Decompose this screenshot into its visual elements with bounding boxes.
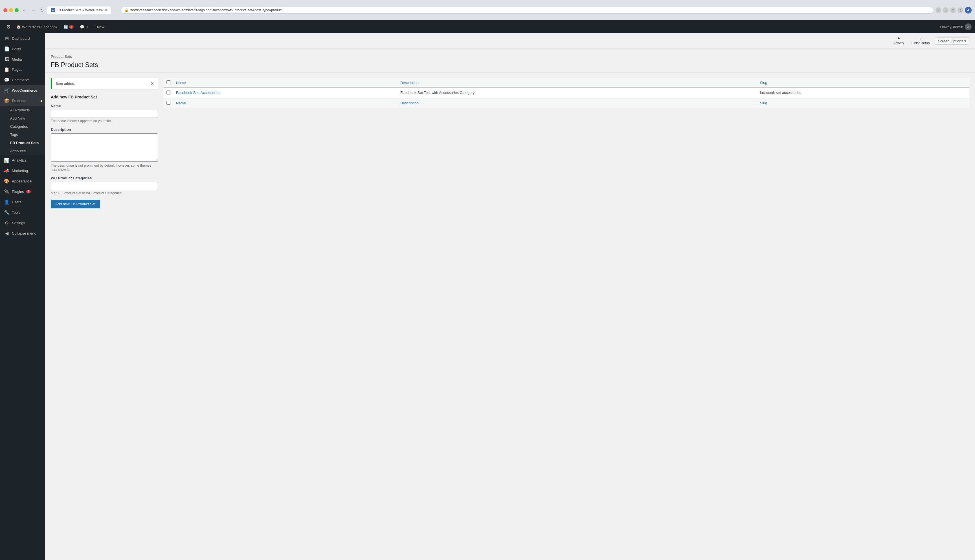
row-name-link[interactable]: Facebook Set: Accessories	[176, 90, 220, 95]
tab-close-button[interactable]: ✕	[105, 8, 107, 12]
row-select-checkbox[interactable]	[167, 90, 170, 95]
description-textarea[interactable]	[51, 133, 158, 162]
sidebar-item-products[interactable]: 📦 Products ◀	[0, 96, 45, 106]
wp-logo-button[interactable]: ⚙	[3, 24, 13, 30]
add-form-panel: Item added. ✕ Add new FB Product Set Nam…	[51, 78, 158, 208]
add-new-label: Add New	[10, 116, 25, 120]
plugins-icon: 🔌	[4, 189, 10, 194]
admin-bar-site-name[interactable]: 🏠 WordPress-Facebook	[13, 20, 60, 33]
bookmark-icon[interactable]: ☆	[943, 7, 948, 13]
sidebar-item-settings[interactable]: ⚙ Settings	[0, 218, 45, 228]
activity-button[interactable]: ⚑ Activity	[891, 35, 907, 46]
admin-bar-howdy[interactable]: Howdy, admin A	[940, 23, 972, 30]
finish-setup-button[interactable]: ○ Finish setup	[909, 35, 932, 46]
slug-sort-link[interactable]: Slug	[760, 81, 767, 85]
sidebar-label-tools: Tools	[12, 210, 20, 215]
sidebar-item-dashboard[interactable]: ⊞ Dashboard	[0, 33, 45, 44]
table-panel: Name Description Slug	[164, 78, 969, 208]
dashboard-icon: ⊞	[4, 36, 10, 41]
forward-button[interactable]: →	[30, 7, 37, 14]
notice-text: Item added.	[56, 82, 75, 86]
table-footer-description: Description	[397, 98, 757, 108]
browser-user-avatar[interactable]: A	[965, 7, 972, 13]
footer-slug-sort-link[interactable]: Slug	[760, 101, 767, 105]
sidebar-label-appearance: Appearance	[12, 179, 32, 183]
sidebar-item-marketing[interactable]: 📣 Marketing	[0, 165, 45, 176]
footer-description-sort-link[interactable]: Description	[400, 101, 419, 105]
row-checkbox-cell	[164, 87, 173, 98]
updates-badge: 8	[69, 25, 73, 29]
row-name-cell: Facebook Set: Accessories	[173, 87, 397, 98]
minimize-window-button[interactable]	[9, 8, 13, 12]
footer-name-sort-link[interactable]: Name	[176, 101, 186, 105]
admin-bar-items: 🏠 WordPress-Facebook 🔄 8 💬 0 + New	[13, 20, 107, 33]
extensions-icon[interactable]: ⬡	[950, 7, 956, 13]
name-input[interactable]	[51, 110, 158, 118]
maximize-window-button[interactable]	[15, 8, 18, 12]
sidebar-item-categories[interactable]: Categories	[0, 122, 45, 130]
name-field-group: Name The name is how it appears on your …	[51, 104, 158, 123]
sidebar-item-appearance[interactable]: 🎨 Appearance	[0, 176, 45, 187]
wp-main-content: ⚑ Activity ○ Finish setup Screen Options…	[45, 33, 975, 560]
description-sort-link[interactable]: Description	[400, 81, 419, 85]
sidebar-label-comments: Comments	[12, 78, 30, 82]
sidebar-label-collapse: Collapse menu	[12, 231, 37, 235]
sidebar-item-fb-product-sets[interactable]: FB Product Sets	[0, 139, 45, 147]
home-icon: 🏠	[17, 25, 21, 29]
select-all-checkbox[interactable]	[167, 80, 170, 84]
sidebar-item-all-products[interactable]: All Products	[0, 106, 45, 114]
sidebar-item-media[interactable]: 🖼 Media	[0, 54, 45, 64]
name-sort-link[interactable]: Name	[176, 81, 186, 85]
activity-flag-icon: ⚑	[897, 37, 900, 41]
sidebar-label-dashboard: Dashboard	[12, 37, 30, 41]
row-slug-cell: facebook-set-accessories	[757, 87, 969, 98]
page-header: Product Sets FB Product Sets	[45, 49, 975, 72]
sidebar-item-tags[interactable]: Tags	[0, 130, 45, 139]
sidebar-item-collapse[interactable]: ◀ Collapse menu	[0, 228, 45, 238]
add-fb-product-set-button[interactable]: Add new FB Product Set	[51, 200, 100, 208]
settings-dots-icon[interactable]: ⋮	[958, 7, 963, 13]
tab-favicon: W	[51, 8, 55, 12]
sidebar-item-attributes[interactable]: Attributes	[0, 147, 45, 155]
sidebar-item-users[interactable]: 👤 Users	[0, 197, 45, 207]
sidebar-item-woocommerce[interactable]: 🛒 WooCommerce	[0, 85, 45, 96]
table-footer-checkbox-col	[164, 98, 173, 108]
wp-sidebar: ⊞ Dashboard 📄 Posts 🖼 Media 📋 Pages 💬 Co…	[0, 33, 45, 560]
download-icon[interactable]: ↓	[935, 7, 941, 13]
browser-chrome: ← → ↻ W FB Product Sets « WordPress- ✕ +…	[0, 0, 975, 20]
posts-icon: 📄	[4, 46, 10, 52]
table-header-checkbox-col	[164, 78, 173, 88]
screen-options-button[interactable]: Screen Options ▾	[935, 38, 969, 45]
users-icon: 👤	[4, 199, 10, 205]
wordpress-icon: ⚙	[6, 24, 11, 30]
sidebar-item-comments[interactable]: 💬 Comments	[0, 75, 45, 85]
sidebar-item-tools[interactable]: 🔧 Tools	[0, 207, 45, 218]
topbar-buttons: ⚑ Activity ○ Finish setup Screen Options…	[891, 35, 969, 46]
close-window-button[interactable]	[3, 8, 7, 12]
table-row: Facebook Set: Accessories Facebook Set T…	[164, 87, 969, 98]
form-section-title: Add new FB Product Set	[51, 95, 158, 99]
back-button[interactable]: ←	[21, 7, 28, 14]
categories-label: Categories	[10, 124, 28, 128]
notice-dismiss-button[interactable]: ✕	[150, 81, 154, 86]
admin-bar-updates[interactable]: 🔄 8	[61, 20, 77, 33]
browser-tab[interactable]: W FB Product Sets « WordPress- ✕	[47, 7, 111, 14]
sidebar-item-pages[interactable]: 📋 Pages	[0, 64, 45, 75]
select-all-footer-checkbox[interactable]	[167, 101, 170, 105]
table-footer-row: Name Description Slug	[164, 98, 969, 108]
admin-bar-comments[interactable]: 💬 0	[77, 20, 90, 33]
media-icon: 🖼	[4, 57, 10, 62]
wc-categories-input[interactable]	[51, 182, 158, 190]
admin-avatar: A	[965, 23, 972, 30]
sidebar-item-analytics[interactable]: 📊 Analytics	[0, 155, 45, 165]
comments-nav-icon: 💬	[4, 77, 10, 83]
sidebar-item-add-new[interactable]: Add New	[0, 114, 45, 122]
address-bar[interactable]: 🔒 wordpress-facebook.ddev.site/wp-admin/…	[121, 7, 933, 13]
sidebar-item-plugins[interactable]: 🔌 Plugins 4	[0, 187, 45, 197]
wp-admin-bar: ⚙ 🏠 WordPress-Facebook 🔄 8 💬 0 + New How…	[0, 20, 975, 33]
new-tab-button[interactable]: +	[114, 7, 119, 13]
sidebar-item-posts[interactable]: 📄 Posts	[0, 44, 45, 54]
reload-button[interactable]: ↻	[39, 7, 45, 14]
admin-bar-new[interactable]: + New	[91, 20, 107, 33]
screen-options-label: Screen Options	[938, 39, 963, 43]
